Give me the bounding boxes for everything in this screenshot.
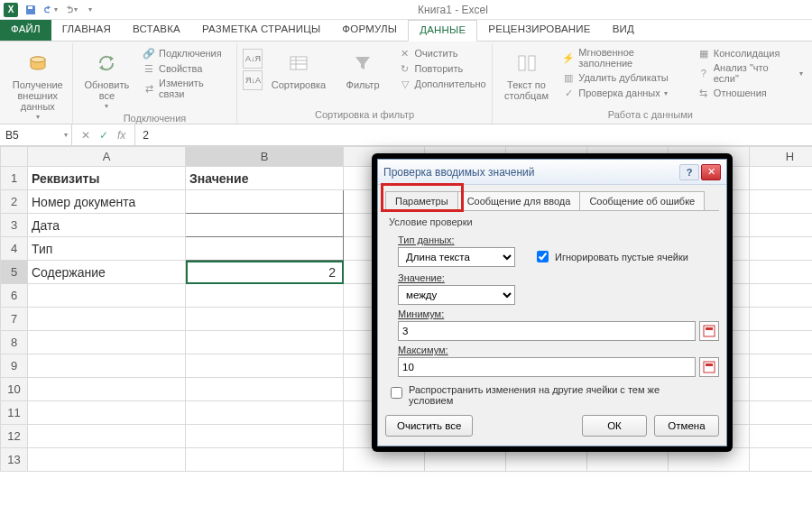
sort-button[interactable]: Сортировка	[270, 45, 327, 90]
cancel-button[interactable]: Отмена	[654, 415, 719, 437]
text-to-columns-label: Текст по столбцам	[498, 79, 556, 101]
propagate-checkbox[interactable]	[391, 387, 402, 399]
connections-item[interactable]: 🔗Подключения	[143, 47, 231, 60]
row-header[interactable]: 3	[1, 214, 28, 237]
value-select[interactable]: между	[398, 285, 515, 305]
flash-fill-item[interactable]: ⚡Мгновенное заполнение	[562, 47, 690, 69]
group-get-external: Получение внешних данных	[4, 43, 73, 124]
data-tools-left: ⚡Мгновенное заполнение ▥Удалить дубликат…	[562, 45, 690, 99]
label: Консолидация	[714, 48, 780, 59]
label: Повторить	[415, 63, 464, 74]
group-data-tools-label: Работа с данными	[498, 107, 803, 124]
advanced-filter-item[interactable]: ▽Дополнительно	[399, 78, 486, 90]
svg-rect-5	[706, 327, 713, 330]
dialog-tab-input-message[interactable]: Сообщение для ввода	[457, 191, 581, 211]
col-header-a[interactable]: A	[28, 147, 186, 167]
close-button[interactable]: ✕	[701, 164, 721, 180]
row-header[interactable]: 13	[1, 448, 28, 472]
cell[interactable]	[186, 237, 344, 261]
fx-icon[interactable]: fx	[117, 129, 125, 142]
get-external-data-button[interactable]: Получение внешних данных	[9, 45, 67, 122]
filter-button[interactable]: Фильтр	[335, 45, 392, 90]
row-header[interactable]: 5	[1, 261, 28, 284]
row-header[interactable]: 2	[1, 190, 28, 214]
properties-item[interactable]: ☰Свойства	[143, 62, 231, 75]
row-header[interactable]: 6	[1, 284, 28, 308]
save-icon[interactable]	[23, 3, 38, 17]
ribbon: Получение внешних данных Обновить все 🔗П…	[0, 41, 812, 124]
row-header[interactable]: 9	[1, 354, 28, 378]
text-to-columns-button[interactable]: Текст по столбцам	[498, 45, 556, 101]
cell[interactable]: Дата	[28, 214, 186, 237]
refresh-all-button[interactable]: Обновить все	[78, 45, 136, 111]
sort-az-button[interactable]: А↓Я	[243, 49, 263, 69]
row-header[interactable]: 8	[1, 331, 28, 354]
clear-all-button[interactable]: Очистить все	[385, 415, 473, 437]
svg-rect-6	[704, 362, 715, 373]
dialog-titlebar[interactable]: Проверка вводимых значений ? ✕	[378, 160, 726, 185]
cell[interactable]: Тип	[28, 237, 186, 261]
ok-button[interactable]: ОК	[582, 415, 647, 437]
dialog-tabs: Параметры Сообщение для ввода Сообщение …	[385, 190, 719, 211]
row-header[interactable]: 4	[1, 237, 28, 261]
row-header[interactable]: 12	[1, 425, 28, 448]
undo-button[interactable]	[43, 3, 58, 17]
edit-links-item[interactable]: ⇄Изменить связи	[143, 78, 231, 99]
duplicates-icon: ▥	[562, 71, 575, 84]
cell[interactable]: Номер документа	[28, 190, 186, 214]
redo-button[interactable]	[63, 3, 78, 17]
link-icon: 🔗	[143, 47, 155, 60]
cancel-icon[interactable]: ✕	[81, 129, 90, 142]
row-header[interactable]: 1	[1, 167, 28, 190]
reapply-filter-item[interactable]: ↻Повторить	[399, 62, 486, 75]
flash-icon: ⚡	[562, 51, 575, 64]
advanced-icon: ▽	[399, 78, 411, 90]
clear-icon: ✕	[399, 47, 411, 60]
help-button[interactable]: ?	[679, 164, 699, 180]
cell[interactable]: Реквизиты	[28, 167, 186, 190]
cell[interactable]: Значение	[186, 167, 344, 190]
ignore-blank-checkbox[interactable]	[537, 251, 549, 262]
properties-icon: ☰	[143, 62, 155, 75]
tab-home[interactable]: ГЛАВНАЯ	[51, 20, 122, 41]
tab-data[interactable]: ДАННЫЕ	[408, 20, 477, 41]
whatif-item[interactable]: ?Анализ "что если"	[697, 62, 803, 84]
whatif-icon: ?	[697, 67, 710, 79]
max-range-picker[interactable]	[699, 357, 719, 377]
confirm-icon[interactable]: ✓	[99, 129, 108, 142]
dialog-section-label: Условие проверки	[389, 216, 719, 227]
col-header-h[interactable]: H	[750, 147, 813, 167]
clear-filter-item[interactable]: ✕Очистить	[399, 47, 486, 60]
formula-input[interactable]: 2	[135, 124, 812, 145]
row-header[interactable]: 11	[1, 401, 28, 425]
qat-customize-icon[interactable]: ▾	[83, 3, 97, 17]
cell-selected[interactable]: 2	[186, 261, 344, 284]
data-validation-item[interactable]: ✓Проверка данных	[562, 87, 690, 99]
tab-review[interactable]: РЕЦЕНЗИРОВАНИЕ	[477, 20, 601, 41]
type-select[interactable]: Длина текста	[398, 247, 515, 267]
dialog-tab-error-alert[interactable]: Сообщение об ошибке	[579, 191, 705, 211]
cell[interactable]: Содержание	[28, 261, 186, 284]
remove-duplicates-item[interactable]: ▥Удалить дубликаты	[562, 71, 690, 84]
row-header[interactable]: 10	[1, 378, 28, 401]
quick-access-toolbar: X ▾	[4, 3, 97, 17]
tab-page-layout[interactable]: РАЗМЕТКА СТРАНИЦЫ	[191, 20, 331, 41]
row-header[interactable]: 7	[1, 308, 28, 331]
tab-insert[interactable]: ВСТАВКА	[122, 20, 191, 41]
name-box[interactable]: B5	[0, 124, 72, 145]
relationships-item[interactable]: ⇆Отношения	[697, 87, 803, 99]
sort-za-button[interactable]: Я↓А	[243, 70, 263, 90]
col-header-b[interactable]: B	[186, 147, 344, 167]
tab-formulas[interactable]: ФОРМУЛЫ	[331, 20, 408, 41]
select-all-corner[interactable]	[1, 147, 28, 167]
min-input[interactable]	[398, 321, 696, 341]
cell[interactable]	[186, 214, 344, 237]
consolidate-item[interactable]: ▦Консолидация	[697, 47, 803, 60]
min-range-picker[interactable]	[699, 321, 719, 341]
tab-view[interactable]: ВИД	[602, 20, 645, 41]
label: Проверка данных	[578, 87, 660, 98]
max-input[interactable]	[398, 357, 696, 377]
tab-file[interactable]: ФАЙЛ	[0, 20, 51, 41]
cell[interactable]	[186, 190, 344, 214]
dialog-tab-settings[interactable]: Параметры	[385, 191, 458, 211]
